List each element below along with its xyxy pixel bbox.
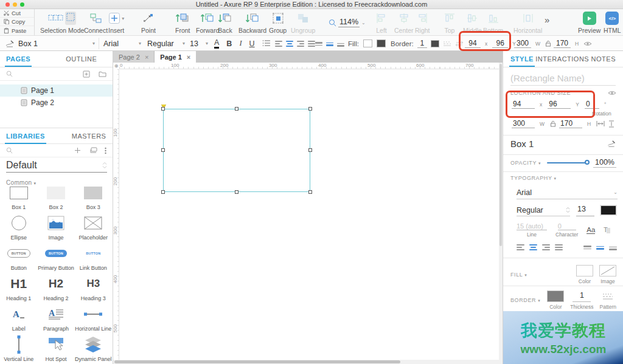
horizontal-scrollbar[interactable]	[113, 360, 499, 364]
width-field[interactable]: 300	[512, 119, 535, 128]
folder-icon[interactable]	[99, 70, 106, 77]
widget-primary-button[interactable]: BUTTON Primary Button	[37, 242, 74, 272]
page-list-item-1[interactable]: Page 1	[0, 84, 113, 97]
kebab-menu-icon[interactable]	[105, 147, 106, 154]
point-button[interactable]: Point	[141, 11, 156, 34]
resize-handle-ne[interactable]	[308, 107, 312, 111]
widget-image[interactable]: Image	[37, 211, 74, 242]
border-color-button[interactable]: Color	[547, 290, 564, 310]
font-size-field[interactable]: 13	[576, 205, 594, 216]
tab-pages[interactable]: PAGES	[6, 55, 30, 63]
tab-outline[interactable]: OUTLINE	[66, 55, 97, 63]
visibility-eye-icon[interactable]	[583, 41, 592, 47]
copy-button[interactable]: Copy	[0, 18, 34, 26]
tab-style[interactable]: STYLE	[510, 55, 534, 63]
opacity-slider[interactable]	[547, 162, 587, 163]
search-icon[interactable]	[6, 70, 13, 77]
x-position-field[interactable]: 94	[512, 100, 535, 109]
widget-horizontal-line[interactable]: Horizontal Line	[75, 303, 112, 333]
back-button[interactable]: Back	[218, 11, 232, 34]
tab-interactions[interactable]: INTERACTIONS	[535, 55, 589, 63]
zoom-control[interactable]: 114% ⌄	[329, 18, 366, 27]
visibility-eye-icon[interactable]	[608, 90, 616, 96]
widget-heading1[interactable]: H1 Heading 1	[0, 272, 37, 303]
fit-width-icon[interactable]	[596, 120, 605, 127]
text-align-right-button[interactable]	[542, 244, 550, 250]
tab-libraries[interactable]: LIBRARIES	[6, 132, 45, 140]
fill-color-button[interactable]: Color	[576, 265, 593, 284]
widget-label-widget[interactable]: A Label	[0, 303, 37, 333]
height-field[interactable]: 170	[554, 39, 571, 48]
forward-button[interactable]: Forward	[196, 11, 220, 34]
font-weight-select[interactable]: Regular	[517, 204, 570, 216]
selection-mode-button[interactable]: Selection Mode	[40, 11, 84, 34]
font-family-select[interactable]: Arial ▾	[103, 36, 141, 51]
widget-placeholder[interactable]: Placeholder	[75, 211, 112, 242]
valign-middle-button[interactable]	[326, 41, 333, 46]
lock-icon[interactable]	[545, 40, 551, 47]
opacity-value[interactable]: 100%	[593, 158, 616, 168]
y-position-field[interactable]: 96	[548, 100, 571, 109]
widget-style-select[interactable]: Box 1 ▾	[18, 36, 95, 51]
border-thickness-field[interactable]: 1	[417, 39, 427, 48]
page-list-item-2[interactable]: Page 2	[0, 97, 113, 109]
front-button[interactable]: Front	[175, 11, 190, 34]
widget-vertical-line[interactable]: Vertical Line	[0, 333, 37, 363]
text-align-center-button[interactable]	[529, 244, 537, 250]
widget-button[interactable]: BUTTON Button	[0, 242, 37, 272]
fit-height-icon[interactable]	[608, 120, 615, 128]
font-size-select[interactable]: 13 ▾	[190, 36, 208, 51]
valign-bottom-button[interactable]	[337, 41, 344, 47]
border-thickness-field[interactable]: 1 Thickness	[570, 291, 593, 310]
italic-button[interactable]: I	[239, 39, 242, 48]
text-align-justify-button[interactable]	[308, 41, 315, 47]
font-color-button[interactable]: A	[214, 38, 219, 49]
font-family-select[interactable]: Arial ⌄	[517, 186, 618, 199]
rotation-field[interactable]: 0	[585, 100, 599, 109]
group-button[interactable]: Group	[269, 11, 287, 34]
widget-heading3[interactable]: H3 Heading 3	[75, 272, 112, 303]
cut-button[interactable]: Cut	[0, 9, 34, 18]
html-button[interactable]: </> HTML	[604, 11, 621, 34]
more-tools-button[interactable]: »	[545, 15, 549, 25]
resize-handle-n[interactable]	[235, 107, 238, 111]
widget-box2[interactable]: Box 2	[37, 181, 74, 211]
resize-handle-se[interactable]	[308, 190, 312, 194]
valign-middle-button[interactable]	[596, 245, 604, 250]
widget-box3[interactable]: Box 3	[75, 181, 112, 211]
height-field[interactable]: 170	[559, 119, 582, 128]
valign-bottom-button[interactable]	[609, 244, 617, 250]
canvas-tab-page2[interactable]: Page 2 ×	[113, 51, 155, 63]
scrollbar-thumb[interactable]	[114, 360, 400, 363]
width-field[interactable]: 300	[514, 39, 531, 48]
opacity-slider-knob[interactable]	[585, 160, 590, 165]
text-align-right-button[interactable]	[297, 41, 304, 47]
bullet-list-button[interactable]	[262, 38, 271, 49]
widget-ellipse[interactable]: Ellipse	[0, 211, 37, 242]
search-icon[interactable]	[6, 147, 13, 154]
widget-hot-spot[interactable]: Hot Spot	[37, 333, 74, 363]
canvas-tab-page1[interactable]: Page 1 ×	[155, 51, 196, 63]
scrollbar-thumb[interactable]	[499, 64, 502, 246]
text-align-justify-button[interactable]	[555, 244, 563, 250]
valign-top-button[interactable]	[315, 42, 322, 46]
paste-button[interactable]: Paste	[0, 26, 34, 35]
text-shadow-icon[interactable]: T	[604, 226, 611, 234]
resize-handle-nw[interactable]	[161, 107, 165, 111]
style-brush-icon[interactable]	[5, 36, 15, 51]
resize-handle-s[interactable]	[235, 190, 238, 194]
widget-dynamic-panel[interactable]: Dynamic Panel	[75, 333, 112, 363]
border-color-swatch[interactable]	[431, 40, 439, 47]
close-icon[interactable]: ×	[187, 53, 190, 61]
widget-link-button[interactable]: BUTTON Link Button	[75, 242, 112, 272]
text-case-button[interactable]: Aa	[586, 226, 595, 234]
font-weight-select[interactable]: Regular ▾	[147, 36, 185, 51]
text-align-center-button[interactable]	[286, 41, 293, 47]
valign-top-button[interactable]	[583, 246, 591, 249]
text-align-left-button[interactable]	[275, 41, 282, 47]
x-position-field[interactable]: 94	[465, 39, 481, 48]
bold-button[interactable]: B	[226, 39, 232, 48]
y-position-field[interactable]: 96	[492, 39, 508, 48]
widget-heading2[interactable]: H2 Heading 2	[37, 272, 74, 303]
text-align-left-button[interactable]	[517, 244, 524, 250]
